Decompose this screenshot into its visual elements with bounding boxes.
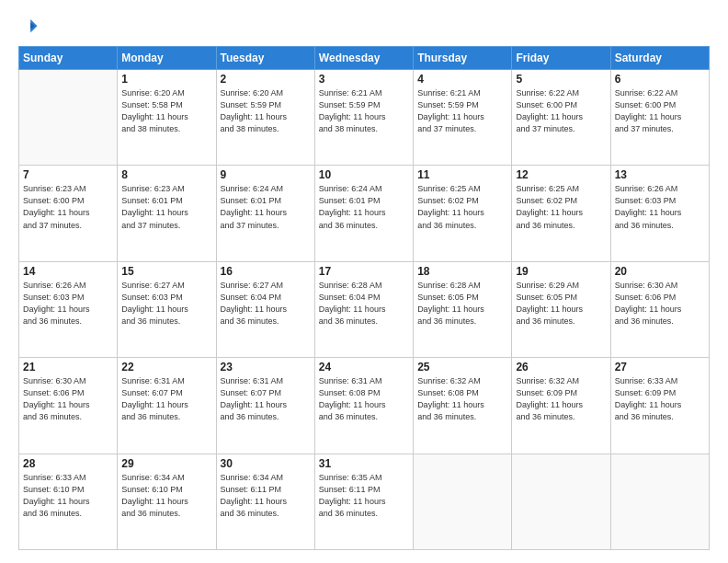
day-number: 19 bbox=[516, 265, 606, 278]
calendar-cell: 28Sunrise: 6:33 AMSunset: 6:10 PMDayligh… bbox=[19, 454, 118, 549]
day-info: Sunrise: 6:23 AMSunset: 6:00 PMDaylight:… bbox=[23, 183, 113, 231]
calendar-cell: 1Sunrise: 6:20 AMSunset: 5:58 PMDaylight… bbox=[118, 70, 216, 166]
calendar-cell: 9Sunrise: 6:24 AMSunset: 6:01 PMDaylight… bbox=[216, 166, 314, 261]
calendar-header-sunday: Sunday bbox=[19, 47, 118, 70]
calendar-cell: 6Sunrise: 6:22 AMSunset: 6:00 PMDaylight… bbox=[610, 70, 709, 166]
day-info: Sunrise: 6:32 AMSunset: 6:08 PMDaylight:… bbox=[417, 375, 507, 423]
calendar-cell: 26Sunrise: 6:32 AMSunset: 6:09 PMDayligh… bbox=[512, 358, 610, 454]
calendar-cell: 25Sunrise: 6:32 AMSunset: 6:08 PMDayligh… bbox=[414, 358, 512, 454]
day-number: 5 bbox=[516, 73, 606, 86]
day-info: Sunrise: 6:23 AMSunset: 6:01 PMDaylight:… bbox=[121, 183, 211, 231]
day-number: 30 bbox=[221, 457, 311, 470]
calendar-header-row: SundayMondayTuesdayWednesdayThursdayFrid… bbox=[19, 47, 710, 70]
calendar-cell: 27Sunrise: 6:33 AMSunset: 6:09 PMDayligh… bbox=[610, 358, 709, 454]
day-number: 13 bbox=[615, 168, 705, 181]
calendar-week-row-4: 21Sunrise: 6:30 AMSunset: 6:06 PMDayligh… bbox=[19, 358, 710, 454]
day-info: Sunrise: 6:30 AMSunset: 6:06 PMDaylight:… bbox=[615, 280, 705, 327]
day-info: Sunrise: 6:28 AMSunset: 6:05 PMDaylight:… bbox=[417, 280, 507, 327]
calendar-cell: 2Sunrise: 6:20 AMSunset: 5:59 PMDaylight… bbox=[216, 70, 314, 166]
day-info: Sunrise: 6:31 AMSunset: 6:07 PMDaylight:… bbox=[221, 375, 311, 423]
calendar-cell bbox=[610, 454, 709, 549]
calendar-header-monday: Monday bbox=[118, 47, 216, 70]
calendar-cell: 4Sunrise: 6:21 AMSunset: 5:59 PMDaylight… bbox=[414, 70, 512, 166]
calendar-cell bbox=[414, 454, 512, 549]
calendar-cell: 21Sunrise: 6:30 AMSunset: 6:06 PMDayligh… bbox=[19, 358, 118, 454]
day-info: Sunrise: 6:25 AMSunset: 6:02 PMDaylight:… bbox=[516, 183, 606, 231]
calendar-cell: 18Sunrise: 6:28 AMSunset: 6:05 PMDayligh… bbox=[414, 261, 512, 357]
day-info: Sunrise: 6:21 AMSunset: 5:59 PMDaylight:… bbox=[417, 87, 507, 135]
day-number: 8 bbox=[121, 168, 211, 181]
page: SundayMondayTuesdayWednesdayThursdayFrid… bbox=[0, 0, 728, 563]
day-number: 31 bbox=[319, 457, 409, 470]
day-info: Sunrise: 6:35 AMSunset: 6:11 PMDaylight:… bbox=[319, 472, 409, 520]
calendar-cell: 13Sunrise: 6:26 AMSunset: 6:03 PMDayligh… bbox=[610, 166, 709, 261]
calendar-cell: 24Sunrise: 6:31 AMSunset: 6:08 PMDayligh… bbox=[314, 358, 413, 454]
day-info: Sunrise: 6:26 AMSunset: 6:03 PMDaylight:… bbox=[23, 280, 113, 327]
day-info: Sunrise: 6:30 AMSunset: 6:06 PMDaylight:… bbox=[23, 375, 113, 423]
day-number: 20 bbox=[615, 265, 705, 278]
calendar-cell bbox=[512, 454, 610, 549]
calendar-cell: 29Sunrise: 6:34 AMSunset: 6:10 PMDayligh… bbox=[118, 454, 216, 549]
logo-icon bbox=[18, 17, 39, 37]
day-info: Sunrise: 6:26 AMSunset: 6:03 PMDaylight:… bbox=[615, 183, 705, 231]
day-number: 4 bbox=[417, 73, 507, 86]
calendar-cell: 12Sunrise: 6:25 AMSunset: 6:02 PMDayligh… bbox=[512, 166, 610, 261]
day-info: Sunrise: 6:33 AMSunset: 6:09 PMDaylight:… bbox=[615, 375, 705, 423]
calendar-cell: 8Sunrise: 6:23 AMSunset: 6:01 PMDaylight… bbox=[118, 166, 216, 261]
day-info: Sunrise: 6:34 AMSunset: 6:10 PMDaylight:… bbox=[121, 472, 211, 520]
calendar-cell: 16Sunrise: 6:27 AMSunset: 6:04 PMDayligh… bbox=[216, 261, 314, 357]
calendar-week-row-5: 28Sunrise: 6:33 AMSunset: 6:10 PMDayligh… bbox=[19, 454, 710, 549]
day-number: 14 bbox=[23, 265, 113, 278]
day-number: 24 bbox=[319, 361, 409, 373]
day-number: 12 bbox=[516, 168, 606, 181]
calendar-cell: 23Sunrise: 6:31 AMSunset: 6:07 PMDayligh… bbox=[216, 358, 314, 454]
day-info: Sunrise: 6:29 AMSunset: 6:05 PMDaylight:… bbox=[516, 280, 606, 327]
day-number: 18 bbox=[417, 265, 507, 278]
day-info: Sunrise: 6:31 AMSunset: 6:08 PMDaylight:… bbox=[319, 375, 409, 423]
day-number: 2 bbox=[221, 73, 311, 86]
day-number: 6 bbox=[615, 73, 705, 86]
calendar-header-tuesday: Tuesday bbox=[216, 47, 314, 70]
day-info: Sunrise: 6:25 AMSunset: 6:02 PMDaylight:… bbox=[417, 183, 507, 231]
header bbox=[18, 17, 710, 37]
calendar-cell: 3Sunrise: 6:21 AMSunset: 5:59 PMDaylight… bbox=[314, 70, 413, 166]
calendar-header-wednesday: Wednesday bbox=[314, 47, 413, 70]
day-number: 10 bbox=[319, 168, 409, 181]
day-info: Sunrise: 6:24 AMSunset: 6:01 PMDaylight:… bbox=[221, 183, 311, 231]
day-number: 28 bbox=[23, 457, 113, 470]
day-number: 27 bbox=[615, 361, 705, 373]
day-number: 3 bbox=[319, 73, 409, 86]
day-info: Sunrise: 6:28 AMSunset: 6:04 PMDaylight:… bbox=[319, 280, 409, 327]
day-info: Sunrise: 6:31 AMSunset: 6:07 PMDaylight:… bbox=[121, 375, 211, 423]
day-info: Sunrise: 6:22 AMSunset: 6:00 PMDaylight:… bbox=[615, 87, 705, 135]
day-info: Sunrise: 6:20 AMSunset: 5:58 PMDaylight:… bbox=[121, 87, 211, 135]
calendar-cell: 15Sunrise: 6:27 AMSunset: 6:03 PMDayligh… bbox=[118, 261, 216, 357]
day-info: Sunrise: 6:33 AMSunset: 6:10 PMDaylight:… bbox=[23, 472, 113, 520]
calendar-cell: 17Sunrise: 6:28 AMSunset: 6:04 PMDayligh… bbox=[314, 261, 413, 357]
calendar-week-row-3: 14Sunrise: 6:26 AMSunset: 6:03 PMDayligh… bbox=[19, 261, 710, 357]
calendar-header-saturday: Saturday bbox=[610, 47, 709, 70]
calendar-cell: 14Sunrise: 6:26 AMSunset: 6:03 PMDayligh… bbox=[19, 261, 118, 357]
day-info: Sunrise: 6:34 AMSunset: 6:11 PMDaylight:… bbox=[221, 472, 311, 520]
calendar-cell: 11Sunrise: 6:25 AMSunset: 6:02 PMDayligh… bbox=[414, 166, 512, 261]
day-info: Sunrise: 6:21 AMSunset: 5:59 PMDaylight:… bbox=[319, 87, 409, 135]
calendar-cell: 5Sunrise: 6:22 AMSunset: 6:00 PMDaylight… bbox=[512, 70, 610, 166]
day-number: 16 bbox=[221, 265, 311, 278]
calendar-header-friday: Friday bbox=[512, 47, 610, 70]
day-number: 9 bbox=[221, 168, 311, 181]
day-number: 11 bbox=[417, 168, 507, 181]
day-info: Sunrise: 6:24 AMSunset: 6:01 PMDaylight:… bbox=[319, 183, 409, 231]
logo bbox=[18, 17, 42, 37]
day-info: Sunrise: 6:27 AMSunset: 6:04 PMDaylight:… bbox=[221, 280, 311, 327]
calendar-cell: 19Sunrise: 6:29 AMSunset: 6:05 PMDayligh… bbox=[512, 261, 610, 357]
day-number: 15 bbox=[121, 265, 211, 278]
calendar-header-thursday: Thursday bbox=[414, 47, 512, 70]
day-number: 26 bbox=[516, 361, 606, 373]
calendar-week-row-2: 7Sunrise: 6:23 AMSunset: 6:00 PMDaylight… bbox=[19, 166, 710, 261]
calendar-cell: 20Sunrise: 6:30 AMSunset: 6:06 PMDayligh… bbox=[610, 261, 709, 357]
calendar-cell bbox=[19, 70, 118, 166]
day-info: Sunrise: 6:22 AMSunset: 6:00 PMDaylight:… bbox=[516, 87, 606, 135]
calendar-table: SundayMondayTuesdayWednesdayThursdayFrid… bbox=[18, 46, 710, 550]
day-number: 21 bbox=[23, 361, 113, 373]
day-number: 23 bbox=[221, 361, 311, 373]
